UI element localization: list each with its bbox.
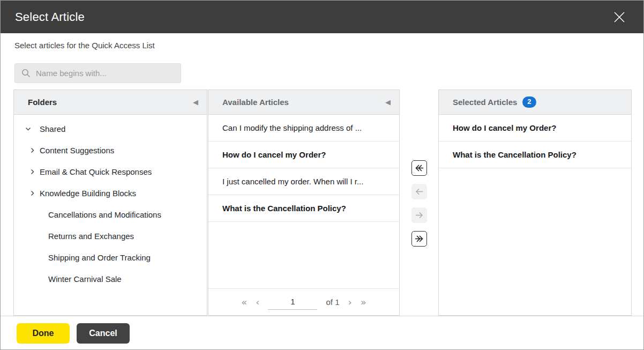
close-icon xyxy=(612,10,626,24)
folder-item[interactable]: Content Suggestions xyxy=(14,139,207,161)
search-input[interactable] xyxy=(36,69,175,78)
article-row[interactable]: What is the Cancellation Policy? xyxy=(208,195,399,222)
available-panel-header: Available Articles ◀ xyxy=(208,90,399,115)
article-row[interactable]: How do I cancel my Order? xyxy=(439,115,631,142)
move-all-left-button[interactable] xyxy=(411,160,427,176)
chevron-right-icon[interactable] xyxy=(28,146,36,154)
folder-item[interactable]: Returns and Exchanges xyxy=(14,225,207,247)
chevron-right-icon[interactable] xyxy=(28,167,36,176)
footer-divider xyxy=(1,316,643,316)
arrow-double-left-icon xyxy=(414,163,424,173)
no-icon xyxy=(28,274,36,283)
article-row[interactable]: How do I cancel my Order? xyxy=(208,142,399,168)
folder-tree: Shared Content Suggestions Email & Chat … xyxy=(14,115,207,289)
dialog-header: Select Article xyxy=(1,1,643,33)
chevron-right-icon[interactable] xyxy=(28,189,36,197)
close-button[interactable] xyxy=(610,8,628,26)
no-icon xyxy=(28,232,36,240)
folder-label: Shared xyxy=(40,124,65,133)
folder-item[interactable]: Cancellations and Modifications xyxy=(14,204,207,225)
folder-label: Winter Carnival Sale xyxy=(48,274,122,284)
first-page-icon[interactable]: « xyxy=(241,297,247,307)
folder-item[interactable]: Shipping and Order Tracking xyxy=(14,247,207,268)
page-count-label: of 1 xyxy=(326,297,339,307)
folders-panel-header: Folders ◀ xyxy=(14,90,207,115)
folders-panel: Folders ◀ Shared Content Suggestions E xyxy=(13,90,207,316)
dialog-title: Select Article xyxy=(15,10,610,24)
folders-collapse-icon[interactable]: ◀ xyxy=(193,99,198,106)
folder-item[interactable]: Winter Carnival Sale xyxy=(14,268,207,289)
article-row[interactable]: Can I modify the shipping address of ... xyxy=(208,115,399,142)
arrow-right-icon xyxy=(414,210,424,220)
folder-item[interactable]: Email & Chat Quick Responses xyxy=(14,161,207,182)
last-page-icon[interactable]: » xyxy=(361,297,366,307)
done-button[interactable]: Done xyxy=(17,323,70,344)
prev-page-icon[interactable]: ‹ xyxy=(256,297,259,307)
dialog-subtitle: Select articles for the Quick Access Lis… xyxy=(14,41,155,50)
folder-label: Cancellations and Modifications xyxy=(48,210,161,219)
selected-count-badge: 2 xyxy=(522,96,536,107)
pagination: « ‹ 1 of 1 › » xyxy=(208,288,399,315)
folder-label: Content Suggestions xyxy=(40,146,114,155)
folder-label: Shipping and Order Tracking xyxy=(48,253,151,262)
folder-label: Returns and Exchanges xyxy=(48,232,134,241)
article-row[interactable]: What is the Cancellation Policy? xyxy=(439,142,631,168)
move-right-button[interactable] xyxy=(411,207,427,223)
article-row[interactable]: I just cancelled my order. When will I r… xyxy=(208,168,399,195)
chevron-down-icon[interactable] xyxy=(24,124,32,133)
selected-articles-panel: Selected Articles 2 How do I cancel my O… xyxy=(438,90,632,316)
arrow-left-icon xyxy=(414,187,424,197)
selected-panel-header: Selected Articles 2 xyxy=(439,90,631,115)
folder-label: Email & Chat Quick Responses xyxy=(40,167,152,176)
folder-item[interactable]: Knowledge Building Blocks xyxy=(14,182,207,204)
search-box[interactable] xyxy=(14,63,181,83)
move-left-button[interactable] xyxy=(411,184,427,199)
move-all-right-button[interactable] xyxy=(411,231,427,247)
no-icon xyxy=(28,253,36,262)
page-number-input[interactable]: 1 xyxy=(268,295,317,310)
available-collapse-icon[interactable]: ◀ xyxy=(385,99,391,106)
select-article-dialog: Select Article Select articles for the Q… xyxy=(0,0,644,350)
folders-header-label: Folders xyxy=(28,98,193,107)
selected-article-list: How do I cancel my Order? What is the Ca… xyxy=(439,115,631,168)
arrow-double-right-icon xyxy=(414,234,424,244)
next-page-icon[interactable]: › xyxy=(348,297,352,307)
available-article-list: Can I modify the shipping address of ...… xyxy=(208,115,399,222)
folder-label: Knowledge Building Blocks xyxy=(40,189,136,198)
available-header-label: Available Articles xyxy=(222,98,385,107)
cancel-button[interactable]: Cancel xyxy=(77,323,130,344)
search-icon xyxy=(21,69,31,78)
folder-item-shared[interactable]: Shared xyxy=(14,118,207,139)
transfer-buttons xyxy=(411,160,427,247)
selected-header-label: Selected Articles xyxy=(453,98,517,107)
available-articles-panel: Available Articles ◀ Can I modify the sh… xyxy=(208,90,400,316)
no-icon xyxy=(28,210,36,219)
